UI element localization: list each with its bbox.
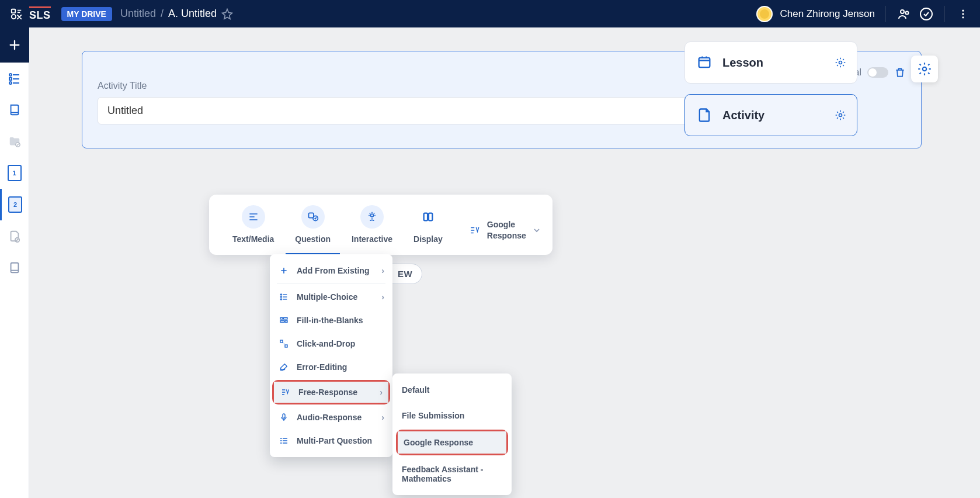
optional-toggle[interactable] bbox=[867, 67, 888, 78]
menu-item-free-response[interactable]: Free-Response › bbox=[274, 382, 388, 403]
add-button[interactable] bbox=[0, 27, 29, 63]
svg-point-32 bbox=[839, 114, 842, 117]
sidebar-item-draft-disabled bbox=[0, 220, 29, 252]
svg-point-2 bbox=[901, 10, 904, 13]
svg-point-5 bbox=[962, 9, 964, 11]
menu-item-label: Error-Editing bbox=[297, 362, 347, 372]
menu-item-label: Free-Response bbox=[298, 388, 357, 397]
question-icon bbox=[301, 205, 325, 229]
tab-label: Interactive bbox=[352, 234, 392, 244]
right-panel: Lesson Activity bbox=[684, 42, 857, 136]
svg-rect-15 bbox=[308, 213, 313, 217]
menu-item-label: Click-and-Drop bbox=[297, 339, 355, 348]
menu-item-multiple-choice[interactable]: Multiple-Choice › bbox=[270, 285, 392, 309]
tab-question[interactable]: Question bbox=[286, 205, 340, 255]
response-type-label-line1: Google bbox=[487, 219, 526, 230]
svg-rect-0 bbox=[12, 9, 15, 12]
breadcrumb-separator: / bbox=[161, 8, 164, 20]
user-name[interactable]: Chen Zhirong Jenson bbox=[780, 8, 875, 20]
response-type-picker[interactable]: Google Response bbox=[468, 219, 541, 240]
svg-point-17 bbox=[371, 214, 374, 217]
text-media-icon bbox=[242, 205, 265, 229]
tab-label: Text/Media bbox=[232, 234, 274, 244]
svg-rect-19 bbox=[429, 213, 432, 221]
sidebar-item-notebook[interactable] bbox=[0, 252, 29, 283]
menu-item-label: Add From Existing bbox=[297, 266, 369, 275]
menu-item-fill-blanks[interactable]: Fill-in-the-Blanks bbox=[270, 309, 392, 332]
multi-part-icon bbox=[278, 436, 290, 445]
gear-icon[interactable] bbox=[835, 109, 846, 121]
star-icon[interactable] bbox=[221, 8, 233, 20]
submenu-item-feedback-math[interactable]: Feedback Assistant - Mathematics bbox=[392, 456, 512, 492]
menu-item-click-drop[interactable]: Click-and-Drop bbox=[270, 332, 392, 355]
highlight-google-response: Google Response bbox=[396, 430, 508, 455]
svg-rect-18 bbox=[424, 213, 428, 221]
lesson-icon bbox=[696, 54, 713, 71]
menu-item-multi-part[interactable]: Multi-Part Question bbox=[270, 429, 392, 452]
chevron-right-icon: › bbox=[381, 266, 384, 275]
tab-text-media[interactable]: Text/Media bbox=[223, 205, 283, 253]
menu-item-label: Multiple-Choice bbox=[297, 292, 357, 302]
breadcrumb-current[interactable]: A. Untitled bbox=[168, 8, 217, 20]
menu-item-audio-response[interactable]: Audio-Response › bbox=[270, 406, 392, 429]
tab-label: Question bbox=[295, 234, 331, 244]
settings-float-button[interactable] bbox=[911, 56, 938, 82]
top-header: SLS MY DRIVE Untitled / A. Untitled Chen… bbox=[0, 0, 980, 27]
menu-item-label: Multi-Part Question bbox=[297, 436, 372, 445]
sidebar-item-folder-disabled bbox=[0, 126, 29, 157]
svg-point-21 bbox=[280, 296, 282, 298]
sidebar-item-book[interactable] bbox=[0, 94, 29, 126]
svg-point-7 bbox=[962, 16, 964, 18]
interactive-icon bbox=[360, 205, 384, 229]
sls-logo[interactable]: SLS bbox=[29, 6, 51, 22]
svg-rect-27 bbox=[280, 340, 283, 343]
collaborators-icon[interactable] bbox=[896, 6, 912, 22]
my-drive-badge[interactable]: MY DRIVE bbox=[61, 7, 112, 21]
submenu-item-default[interactable]: Default bbox=[392, 377, 512, 403]
panel-card-lesson[interactable]: Lesson bbox=[684, 42, 857, 84]
delete-icon[interactable] bbox=[894, 67, 906, 78]
avatar[interactable] bbox=[756, 6, 773, 22]
svg-point-14 bbox=[923, 67, 927, 71]
panel-card-activity[interactable]: Activity bbox=[684, 94, 857, 136]
question-dropdown: Add From Existing › Multiple-Choice › Fi… bbox=[270, 254, 392, 457]
logo-cluster: SLS MY DRIVE bbox=[9, 6, 112, 22]
main-canvas: Optional Activity Title EW Text/Media bbox=[29, 27, 980, 498]
chevron-right-icon: › bbox=[381, 413, 384, 422]
chevron-down-icon bbox=[532, 226, 541, 235]
sidebar-item-page-1[interactable]: 1 bbox=[0, 157, 29, 189]
checkmark-circle-icon[interactable] bbox=[919, 6, 934, 22]
panel-title: Activity bbox=[722, 109, 825, 122]
free-response-submenu: Default File Submission Google Response … bbox=[392, 374, 512, 495]
gear-icon[interactable] bbox=[835, 57, 846, 68]
svg-point-22 bbox=[280, 299, 282, 300]
svg-rect-28 bbox=[285, 345, 287, 347]
plus-icon bbox=[278, 266, 290, 275]
activity-title-input[interactable] bbox=[98, 97, 712, 124]
menu-item-add-from-existing[interactable]: Add From Existing › bbox=[270, 259, 392, 282]
tab-display[interactable]: Display bbox=[404, 205, 452, 253]
chevron-right-icon: › bbox=[380, 388, 383, 397]
apps-icon[interactable] bbox=[9, 7, 23, 21]
left-rail: 1 2 bbox=[0, 27, 29, 498]
sidebar-item-page-2[interactable]: 2 bbox=[0, 189, 29, 220]
submenu-item-file-submission[interactable]: File Submission bbox=[392, 403, 512, 428]
svg-point-1 bbox=[12, 14, 16, 18]
response-type-label-line2: Response bbox=[487, 230, 526, 241]
click-drop-icon bbox=[278, 339, 290, 348]
svg-point-10 bbox=[9, 82, 12, 84]
tab-interactive[interactable]: Interactive bbox=[342, 205, 402, 253]
breadcrumb: Untitled / A. Untitled bbox=[120, 8, 233, 20]
user-cluster: Chen Zhirong Jenson bbox=[756, 6, 971, 22]
sidebar-item-outline[interactable] bbox=[0, 63, 29, 94]
svg-rect-25 bbox=[280, 321, 284, 323]
menu-item-error-editing[interactable]: Error-Editing bbox=[270, 355, 392, 379]
display-icon bbox=[416, 205, 440, 229]
breadcrumb-parent[interactable]: Untitled bbox=[120, 8, 156, 20]
submenu-item-google-response[interactable]: Google Response bbox=[398, 431, 506, 454]
svg-rect-24 bbox=[283, 317, 287, 319]
panel-title: Lesson bbox=[722, 56, 825, 70]
svg-rect-29 bbox=[283, 414, 285, 418]
more-vertical-icon[interactable] bbox=[955, 6, 971, 22]
svg-point-4 bbox=[920, 8, 932, 20]
